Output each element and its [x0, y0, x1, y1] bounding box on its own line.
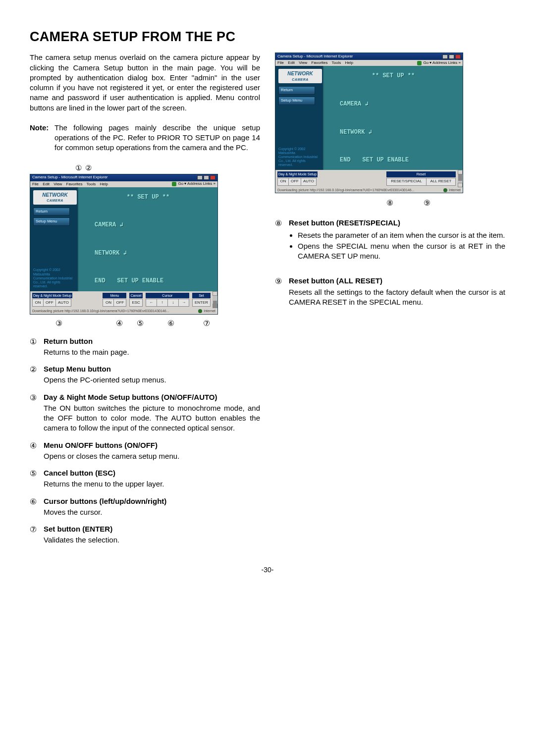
item-body: Resets all the settings to the factory d…	[289, 287, 505, 308]
item-4: ④ Menu ON/OFF buttons (ON/OFF) Opens or …	[30, 440, 260, 462]
menu-tools[interactable]: Tools	[87, 182, 96, 186]
item-head: Reset button (ALL RESET)	[289, 276, 505, 286]
item-3: ③ Day & Night Mode Setup buttons (ON/OFF…	[30, 392, 260, 433]
item-body: Validates the selection.	[44, 535, 260, 545]
scroll-thumb[interactable]	[458, 174, 462, 181]
minimize-icon[interactable]	[197, 175, 203, 180]
menu-file[interactable]: File	[277, 60, 284, 65]
item-head: Cursor buttons (left/up/down/right)	[44, 496, 260, 506]
menu-help[interactable]: Help	[100, 182, 108, 186]
reset-special-button[interactable]: RESET/SPECIAL	[386, 178, 426, 186]
item-num: ④	[30, 440, 44, 462]
close-icon[interactable]	[455, 54, 461, 59]
menu-off-button[interactable]: OFF	[113, 299, 126, 307]
callout-row-right: ⑧ ⑨	[275, 197, 505, 209]
all-reset-button[interactable]: ALL RESET	[426, 178, 456, 186]
cursor-down-button[interactable]: ↓	[167, 299, 178, 307]
setup-menu-button[interactable]: Setup Menu	[278, 97, 315, 105]
menu-file[interactable]: File	[32, 182, 39, 186]
item-head: Setup Menu button	[44, 364, 260, 374]
daynight-group: Day & Night Mode Setup ON OFF AUTO	[277, 171, 318, 185]
page-title: CAMERA SETUP FROM THE PC	[30, 28, 505, 46]
daynight-auto-button[interactable]: AUTO	[55, 299, 71, 307]
item-num: ⑨	[275, 276, 289, 307]
reset-group: Reset RESET/SPECIAL ALL RESET	[386, 171, 456, 185]
screenshot-2: Camera Setup - Microsoft Internet Explor…	[275, 53, 505, 193]
callout-2: ②	[85, 164, 92, 171]
item-num: ①	[30, 336, 44, 358]
item-7: ⑦ Set button (ENTER) Validates the selec…	[30, 524, 260, 545]
right-column: Camera Setup - Microsoft Internet Explor…	[275, 53, 505, 545]
scroll-up-icon[interactable]	[213, 291, 217, 296]
item-num: ③	[30, 392, 44, 433]
go-icon[interactable]	[417, 61, 422, 65]
status-right: Internet	[449, 188, 461, 192]
maximize-icon[interactable]	[204, 175, 209, 180]
set-group: Set ENTER	[192, 293, 211, 307]
item-head: Reset button (RESET/SPECIAL)	[289, 218, 505, 228]
ie-body: NETWORK CAMERA Return Setup Menu Copyrig…	[275, 66, 463, 170]
daynight-header: Day & Night Mode Setup	[32, 293, 72, 298]
screenshot-1: Camera Setup - Microsoft Internet Explor…	[30, 174, 260, 315]
menu-fav[interactable]: Favorites	[66, 182, 83, 186]
sidebar: NETWORK CAMERA Return Setup Menu Copyrig…	[30, 187, 78, 291]
brand-logo: NETWORK CAMERA	[278, 69, 322, 83]
callout-4: ④	[116, 320, 123, 327]
menu-view[interactable]: View	[54, 182, 62, 186]
address-links[interactable]: Go ▾ Address Links »	[423, 60, 461, 66]
menu-on-button[interactable]: ON	[103, 299, 113, 307]
control-toolbar: Day & Night Mode Setup ON OFF AUTO	[275, 170, 458, 187]
daynight-off-button[interactable]: OFF	[43, 299, 55, 307]
return-button[interactable]: Return	[33, 208, 70, 216]
menu-edit[interactable]: Edit	[288, 60, 295, 65]
scrollbar[interactable]	[213, 291, 217, 308]
maximize-icon[interactable]	[449, 54, 454, 59]
menu-view[interactable]: View	[299, 60, 307, 65]
osd-network: NETWORK ↲	[86, 249, 211, 257]
item-body: Moves the cursor.	[44, 507, 260, 517]
page: CAMERA SETUP FROM THE PC The camera setu…	[0, 0, 535, 594]
brand-line1: NETWORK	[287, 71, 313, 76]
callout-6: ⑥	[167, 320, 174, 327]
cursor-up-button[interactable]: ↑	[157, 299, 167, 307]
osd-end: END	[95, 277, 106, 285]
minimize-icon[interactable]	[442, 54, 448, 59]
callout-7: ⑦	[203, 320, 210, 327]
daynight-auto-button[interactable]: AUTO	[301, 178, 317, 186]
menu-group: Menu ON OFF	[103, 293, 126, 307]
intro-paragraph: The camera setup menus overlaid on the c…	[30, 53, 260, 113]
menu-tools[interactable]: Tools	[332, 60, 341, 65]
osd-title: ** SET UP **	[86, 193, 211, 201]
cursor-left-button[interactable]: ←	[146, 299, 157, 307]
daynight-off-button[interactable]: OFF	[288, 178, 301, 186]
return-button[interactable]: Return	[278, 86, 315, 95]
enter-button[interactable]: ENTER	[192, 299, 211, 307]
callout-1: ①	[75, 164, 82, 171]
menu-help[interactable]: Help	[345, 60, 353, 65]
item-body: Returns to the main page.	[44, 347, 260, 357]
daynight-on-button[interactable]: ON	[32, 299, 43, 307]
menu-edit[interactable]: Edit	[43, 182, 50, 186]
item-list-right: ⑧ Reset button (RESET/SPECIAL) Resets th…	[275, 218, 505, 307]
item-num: ⑧	[275, 218, 289, 262]
go-icon[interactable]	[172, 182, 176, 186]
item-1: ① Return button Returns to the main page…	[30, 336, 260, 358]
daynight-on-button[interactable]: ON	[277, 178, 288, 186]
ie-statusbar: Downloading picture http://192.168.0.10/…	[275, 187, 463, 193]
item-6: ⑥ Cursor buttons (left/up/down/right) Mo…	[30, 496, 260, 518]
esc-button[interactable]: ESC	[129, 299, 142, 307]
item-head: Return button	[44, 336, 260, 346]
menu-fav[interactable]: Favorites	[312, 60, 328, 65]
cancel-header: Cancel	[129, 293, 142, 298]
osd-enable: SET UP ENABLE	[117, 277, 164, 285]
cursor-right-button[interactable]: →	[178, 299, 189, 307]
scroll-down-icon[interactable]	[458, 183, 463, 187]
left-column: The camera setup menus overlaid on the c…	[30, 53, 260, 545]
daynight-header: Day & Night Mode Setup	[277, 171, 318, 177]
setup-menu-button[interactable]: Setup Menu	[33, 217, 70, 226]
address-links[interactable]: Go ▾ Address Links »	[178, 181, 215, 187]
close-icon[interactable]	[210, 175, 215, 180]
cursor-header: Cursor	[146, 293, 189, 298]
scroll-thumb[interactable]	[213, 301, 217, 308]
scrollbar[interactable]	[458, 170, 463, 187]
